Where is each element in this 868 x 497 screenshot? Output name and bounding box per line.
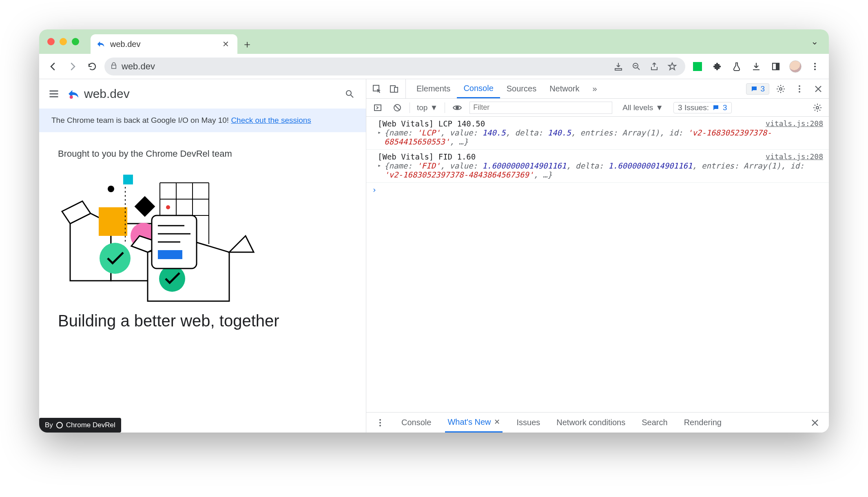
levels-label: All levels xyxy=(622,103,653,112)
devtools-close-icon[interactable] xyxy=(811,82,826,96)
new-tab-button[interactable]: ＋ xyxy=(237,34,257,54)
devtools-settings-icon[interactable] xyxy=(773,82,788,96)
console-toolbar: top ▼ All levels ▼ 3 Issues: 3 xyxy=(366,99,829,117)
page-headline: Building a better web, together xyxy=(58,312,347,330)
byline-text: Brought to you by the Chrome DevRel team xyxy=(58,149,347,159)
log-source-link[interactable]: vitals.js:208 xyxy=(766,152,823,161)
log-levels-selector[interactable]: All levels ▼ xyxy=(620,103,665,113)
downloads-icon[interactable] xyxy=(749,59,764,74)
menu-icon[interactable] xyxy=(48,88,60,100)
reading-list-icon[interactable] xyxy=(768,59,783,74)
svg-point-5 xyxy=(814,69,816,70)
svg-point-40 xyxy=(799,88,800,90)
svg-rect-17 xyxy=(135,196,155,217)
minimize-window-button[interactable] xyxy=(60,38,67,45)
svg-point-3 xyxy=(814,63,816,64)
svg-point-11 xyxy=(100,243,131,274)
reload-button[interactable] xyxy=(85,59,100,74)
svg-point-29 xyxy=(159,266,185,292)
bookmark-star-icon[interactable] xyxy=(665,59,680,74)
tab-favicon xyxy=(96,40,105,49)
context-selector[interactable]: top ▼ xyxy=(415,103,440,113)
svg-point-25 xyxy=(166,205,170,209)
extensions-icon[interactable] xyxy=(710,59,724,74)
site-header: web.dev xyxy=(39,79,366,109)
badge-prefix: By xyxy=(45,421,53,429)
browser-tab[interactable]: web.dev ✕ xyxy=(91,34,237,54)
maximize-window-button[interactable] xyxy=(72,38,79,45)
live-expression-icon[interactable] xyxy=(450,100,465,115)
messages-count: 3 xyxy=(760,84,765,93)
svg-rect-14 xyxy=(123,175,133,184)
tab-strip: web.dev ✕ ＋ ⌄ xyxy=(39,29,829,54)
tab-elements[interactable]: Elements xyxy=(410,79,457,98)
drawer-tab-search[interactable]: Search xyxy=(639,413,670,433)
issues-label: 3 Issues: xyxy=(678,103,709,112)
console-prompt[interactable]: › xyxy=(366,183,829,197)
site-search-icon[interactable] xyxy=(342,87,357,101)
svg-point-41 xyxy=(799,91,800,93)
chrome-menu-button[interactable] xyxy=(808,59,822,74)
close-window-button[interactable] xyxy=(47,38,55,45)
tabs-overflow[interactable]: » xyxy=(586,79,604,98)
drawer-tab-whatsnew[interactable]: What's New ✕ xyxy=(445,413,503,433)
log-object[interactable]: {name: 'FID', value: 1.6000000014901161,… xyxy=(378,161,823,179)
extension-indicator[interactable] xyxy=(690,59,705,74)
devtools-menu-icon[interactable] xyxy=(792,82,807,96)
site-brand[interactable]: web.dev xyxy=(67,87,130,101)
close-tab-button[interactable]: ✕ xyxy=(220,38,232,51)
svg-point-15 xyxy=(108,186,114,192)
messages-badge[interactable]: 3 xyxy=(746,83,769,95)
svg-point-38 xyxy=(779,88,782,90)
lock-icon xyxy=(110,61,117,72)
forward-button[interactable] xyxy=(65,59,80,74)
console-output[interactable]: vitals.js:208 [Web Vitals] LCP 140.50 {n… xyxy=(366,117,829,412)
device-toolbar-icon[interactable] xyxy=(387,82,401,96)
log-object[interactable]: {name: 'LCP', value: 140.5, delta: 140.5… xyxy=(378,128,823,146)
labs-icon[interactable] xyxy=(729,59,744,74)
console-log-entry[interactable]: vitals.js:208 [Web Vitals] FID 1.60 {nam… xyxy=(366,150,829,183)
svg-marker-27 xyxy=(229,236,254,252)
close-icon[interactable]: ✕ xyxy=(494,417,500,426)
profile-avatar[interactable] xyxy=(788,59,803,74)
tab-network[interactable]: Network xyxy=(543,79,586,98)
chrome-icon xyxy=(56,422,63,428)
banner-text: The Chrome team is back at Google I/O on… xyxy=(51,116,231,124)
issues-badge[interactable]: 3 Issues: 3 xyxy=(673,102,732,113)
drawer-close-icon[interactable] xyxy=(808,415,822,430)
address-bar[interactable]: web.dev xyxy=(104,58,685,75)
svg-point-46 xyxy=(379,419,381,421)
drawer-tab-network-conditions[interactable]: Network conditions xyxy=(554,413,628,433)
console-settings-icon[interactable] xyxy=(810,100,825,115)
badge-label: Chrome DevRel xyxy=(66,421,115,429)
inspect-element-icon[interactable] xyxy=(370,82,384,96)
tab-sources[interactable]: Sources xyxy=(500,79,543,98)
hero-illustration xyxy=(58,171,270,309)
drawer-tab-issues[interactable]: Issues xyxy=(514,413,542,433)
back-button[interactable] xyxy=(46,59,60,74)
announcement-banner: The Chrome team is back at Google I/O on… xyxy=(39,109,366,132)
tab-console[interactable]: Console xyxy=(457,79,500,98)
console-log-entry[interactable]: vitals.js:208 [Web Vitals] LCP 140.50 {n… xyxy=(366,117,829,150)
drawer-menu-icon[interactable] xyxy=(373,415,388,430)
tab-title: web.dev xyxy=(110,40,141,49)
log-source-link[interactable]: vitals.js:208 xyxy=(766,119,823,128)
share-icon[interactable] xyxy=(647,59,662,74)
brand-text: web.dev xyxy=(84,87,130,101)
drawer-tab-console[interactable]: Console xyxy=(399,413,434,433)
devrel-badge: By Chrome DevRel xyxy=(39,418,121,433)
svg-point-6 xyxy=(70,95,73,99)
zoom-icon[interactable] xyxy=(629,59,644,74)
devtools-tabbar: Elements Console Sources Network » 3 xyxy=(366,79,829,99)
console-filter-input[interactable] xyxy=(469,102,612,114)
drawer-tab-label: What's New xyxy=(447,417,491,427)
banner-link[interactable]: Check out the sessions xyxy=(231,116,311,124)
console-sidebar-toggle[interactable] xyxy=(370,100,385,115)
browser-window: web.dev ✕ ＋ ⌄ web.dev xyxy=(39,29,829,433)
drawer-tab-rendering[interactable]: Rendering xyxy=(682,413,724,433)
chevron-down-icon: ▼ xyxy=(430,103,438,112)
issues-count: 3 xyxy=(723,103,727,112)
clear-console-icon[interactable] xyxy=(390,100,405,115)
tab-overflow-button[interactable]: ⌄ xyxy=(807,29,822,54)
install-app-icon[interactable] xyxy=(611,59,626,74)
